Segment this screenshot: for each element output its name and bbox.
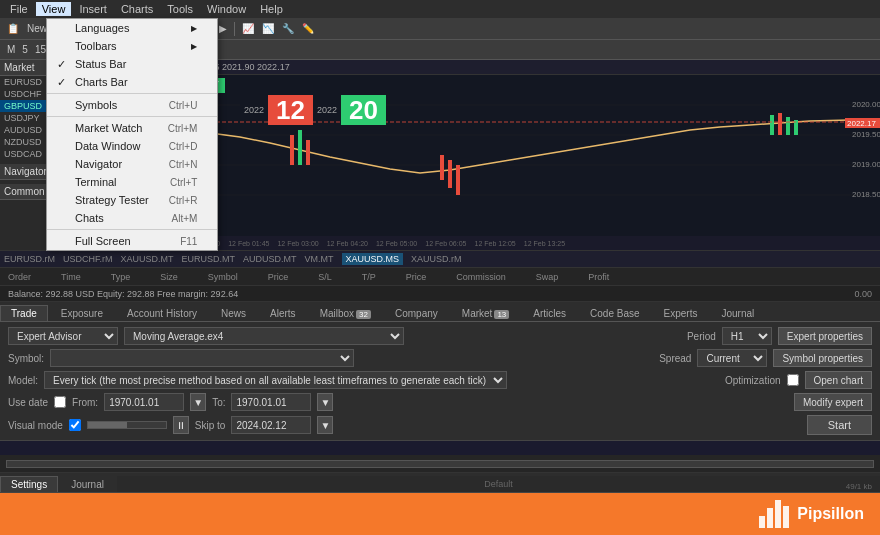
open-chart-btn[interactable]: Open chart bbox=[805, 371, 872, 389]
modify-expert-btn[interactable]: Modify expert bbox=[794, 393, 872, 411]
btab-codebase[interactable]: Code Base bbox=[579, 305, 650, 321]
svg-rect-13 bbox=[440, 155, 444, 180]
toolbar2-btn1[interactable]: M bbox=[4, 41, 18, 59]
symbol-properties-btn[interactable]: Symbol properties bbox=[773, 349, 872, 367]
expert-properties-btn[interactable]: Expert properties bbox=[778, 327, 872, 345]
toolbar-btn-4[interactable]: 📈 bbox=[239, 20, 257, 38]
btab-experts[interactable]: Experts bbox=[653, 305, 709, 321]
tester-row-3: Model: Every tick (the most precise meth… bbox=[8, 371, 872, 389]
btab-mailbox[interactable]: Mailbox32 bbox=[309, 305, 382, 321]
default-label: Default bbox=[117, 476, 880, 492]
btab-journal[interactable]: Journal bbox=[710, 305, 765, 321]
menu-terminal[interactable]: Terminal Ctrl+T bbox=[47, 173, 217, 191]
menu-data-window[interactable]: Data Window Ctrl+D bbox=[47, 137, 217, 155]
svg-text:2018.50: 2018.50 bbox=[852, 190, 880, 199]
col-order: Order bbox=[8, 272, 31, 282]
tester-row-2: Symbol: Spread Current Symbol properties bbox=[8, 349, 872, 367]
new-order-btn[interactable]: 📋 bbox=[4, 20, 22, 38]
tab-usdchf-m[interactable]: USDCHF.rM bbox=[63, 254, 113, 264]
col-sl: S/L bbox=[318, 272, 332, 282]
tab-xauusd-ms-active[interactable]: XAUUSD.MS bbox=[342, 253, 404, 265]
menu-status-bar[interactable]: Status Bar bbox=[47, 55, 217, 73]
symbol-dropdown[interactable] bbox=[50, 349, 354, 367]
tab-xauusd-mt[interactable]: XAUUSD.MT bbox=[121, 254, 174, 264]
tab-eurusd-m[interactable]: EURUSD.rM bbox=[4, 254, 55, 264]
toolbar-btn-7[interactable]: ✏️ bbox=[299, 20, 317, 38]
btab-account-history[interactable]: Account History bbox=[116, 305, 208, 321]
separator-2 bbox=[47, 116, 217, 117]
model-dropdown[interactable]: Every tick (the most precise method base… bbox=[44, 371, 507, 389]
toolbar2-btn2[interactable]: 5 bbox=[19, 41, 31, 59]
bar-chart-icon bbox=[759, 500, 789, 528]
tab-xauusd-rm[interactable]: XAUUSD.rM bbox=[411, 254, 462, 264]
menu-symbols[interactable]: Symbols Ctrl+U bbox=[47, 96, 217, 114]
btab-market[interactable]: Market13 bbox=[451, 305, 520, 321]
menu-market-watch[interactable]: Market Watch Ctrl+M bbox=[47, 119, 217, 137]
col-size: Size bbox=[160, 272, 178, 282]
toolbar-btn-6[interactable]: 🔧 bbox=[279, 20, 297, 38]
use-date-label: Use date bbox=[8, 397, 48, 408]
spread-label: Spread bbox=[659, 353, 691, 364]
menu-charts-bar[interactable]: Charts Bar bbox=[47, 73, 217, 91]
start-btn[interactable]: Start bbox=[807, 415, 872, 435]
btab-trade[interactable]: Trade bbox=[0, 305, 48, 321]
menu-window[interactable]: Window bbox=[201, 2, 252, 16]
tab-vm-mt[interactable]: VM.MT bbox=[305, 254, 334, 264]
menu-view[interactable]: View bbox=[36, 2, 72, 16]
to-date-picker[interactable]: ▼ bbox=[317, 393, 333, 411]
menu-fullscreen[interactable]: Full Screen F11 bbox=[47, 232, 217, 250]
symbol-tabs-bar: EURUSD.rM USDCHF.rM XAUUSD.MT EURUSD.MT … bbox=[0, 250, 880, 268]
svg-text:2019.00: 2019.00 bbox=[852, 160, 880, 169]
use-date-checkbox[interactable] bbox=[54, 396, 66, 408]
col-commission: Commission bbox=[456, 272, 506, 282]
menu-charts[interactable]: Charts bbox=[115, 2, 159, 16]
spread-dropdown[interactable]: Current bbox=[697, 349, 767, 367]
settings-tab[interactable]: Settings bbox=[0, 476, 58, 492]
menu-help[interactable]: Help bbox=[254, 2, 289, 16]
period-dropdown[interactable]: H1 bbox=[722, 327, 772, 345]
svg-rect-14 bbox=[448, 160, 452, 188]
btab-news[interactable]: News bbox=[210, 305, 257, 321]
menu-languages[interactable]: Languages bbox=[47, 19, 217, 37]
menu-navigator[interactable]: Navigator Ctrl+N bbox=[47, 155, 217, 173]
svg-text:2019.50: 2019.50 bbox=[852, 130, 880, 139]
from-label: From: bbox=[72, 397, 98, 408]
tab-eurusd-mt[interactable]: EURUSD.MT bbox=[182, 254, 236, 264]
optimization-checkbox[interactable] bbox=[787, 374, 799, 386]
period-label: Period bbox=[687, 331, 716, 342]
skip-to-input[interactable] bbox=[231, 416, 311, 434]
menu-toolbars[interactable]: Toolbars bbox=[47, 37, 217, 55]
autotrading-btn[interactable]: ▶ bbox=[216, 20, 230, 38]
visual-mode-checkbox[interactable] bbox=[69, 419, 81, 431]
btab-exposure[interactable]: Exposure bbox=[50, 305, 114, 321]
tester-row-5: Visual mode ⏸ Skip to ▼ Start bbox=[8, 415, 872, 435]
tab-audusd-mt[interactable]: AUDUSD.MT bbox=[243, 254, 297, 264]
btab-company[interactable]: Company bbox=[384, 305, 449, 321]
year-label-2: 2022 bbox=[313, 103, 341, 117]
menu-insert[interactable]: Insert bbox=[73, 2, 113, 16]
to-date-input[interactable] bbox=[231, 393, 311, 411]
expert-name-dropdown[interactable]: Moving Average.ex4 bbox=[124, 327, 404, 345]
expert-advisor-dropdown[interactable]: Expert Advisor bbox=[8, 327, 118, 345]
optimization-label: Optimization bbox=[725, 375, 781, 386]
skip-to-label: Skip to bbox=[195, 420, 226, 431]
price-digit-2: 20 bbox=[341, 95, 386, 125]
menu-tools[interactable]: Tools bbox=[161, 2, 199, 16]
footer-brand: Pipsillon bbox=[759, 500, 864, 528]
footer-logo-text: Pipsillon bbox=[797, 505, 864, 523]
skip-to-picker[interactable]: ▼ bbox=[317, 416, 333, 434]
speed-slider-track bbox=[87, 421, 167, 429]
from-date-picker[interactable]: ▼ bbox=[190, 393, 206, 411]
menu-strategy-tester[interactable]: Strategy Tester Ctrl+R bbox=[47, 191, 217, 209]
toolbar-btn-5[interactable]: 📉 bbox=[259, 20, 277, 38]
btab-articles[interactable]: Articles bbox=[522, 305, 577, 321]
btab-alerts[interactable]: Alerts bbox=[259, 305, 307, 321]
menu-file[interactable]: File bbox=[4, 2, 34, 16]
journal-tab[interactable]: Journal bbox=[60, 476, 115, 492]
svg-text:2022.17: 2022.17 bbox=[847, 119, 876, 128]
from-date-input[interactable] bbox=[104, 393, 184, 411]
sep3 bbox=[234, 22, 235, 36]
pause-btn[interactable]: ⏸ bbox=[173, 416, 189, 434]
menu-chats[interactable]: Chats Alt+M bbox=[47, 209, 217, 227]
separator-3 bbox=[47, 229, 217, 230]
